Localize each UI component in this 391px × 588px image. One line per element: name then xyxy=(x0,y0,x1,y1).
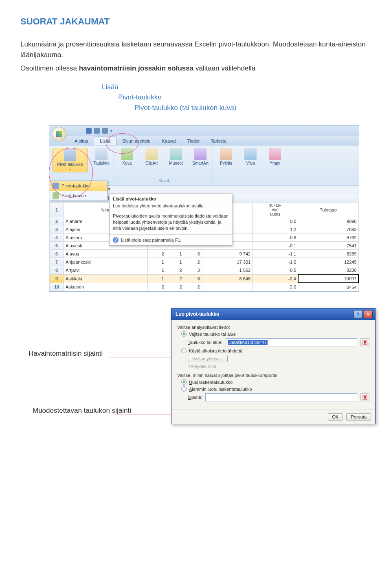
pivot-table-icon xyxy=(64,149,76,161)
cell[interactable]: 2 xyxy=(166,283,184,291)
table-row: 7Anjalankoski11217 301-1,012245 xyxy=(50,258,359,266)
range-input[interactable]: Data!$A$1:$N$447 xyxy=(226,338,357,346)
cell[interactable]: 2 xyxy=(166,266,184,275)
picture-button[interactable]: Kuva xyxy=(116,148,138,165)
save-icon[interactable] xyxy=(86,128,92,134)
cell[interactable]: Asikkala xyxy=(64,274,148,283)
cell[interactable]: 3 xyxy=(184,274,202,283)
row-header[interactable]: 2 xyxy=(50,217,64,225)
cell[interactable]: 1 xyxy=(148,258,166,266)
radio-select-table[interactable]: Valitse taulukko tai alue xyxy=(181,331,369,337)
ok-button[interactable]: OK xyxy=(328,413,343,421)
tab-lisaa[interactable]: Lisää xyxy=(94,137,116,145)
radio-existing-sheet[interactable]: Aiemmin luotu laskentataulukko xyxy=(181,386,369,392)
cell[interactable]: -0,8 xyxy=(253,233,298,242)
dialog-close-button[interactable]: ✕ xyxy=(364,310,373,318)
cell[interactable]: Artjärvi xyxy=(64,266,148,275)
redo-icon[interactable] xyxy=(102,128,108,134)
cell[interactable]: 10097 xyxy=(298,274,358,283)
cell[interactable]: 0454 xyxy=(298,283,358,291)
cell[interactable]: -0,4 xyxy=(253,274,298,283)
cell[interactable]: 9 742 xyxy=(202,250,252,258)
cell[interactable]: 7541 xyxy=(298,242,358,250)
range-select-button[interactable] xyxy=(360,338,369,346)
ribbon-body: Pivot-taulukko ▾ Taulukko Kuva xyxy=(49,145,359,185)
cell[interactable]: 8762 xyxy=(298,233,358,242)
dialog-footer: OK Peruuta xyxy=(171,410,375,424)
cell[interactable]: 8230 xyxy=(298,266,358,275)
row-header[interactable]: 1 xyxy=(50,203,64,217)
ribbon-tabs: Aloitus Lisää Sivun asettelu Kaavat Tied… xyxy=(49,136,359,145)
header-cell[interactable]: Tulotaso xyxy=(298,203,358,217)
column-chart-button[interactable]: Pylväs xyxy=(215,148,237,165)
clipart-button[interactable]: ClipArt xyxy=(141,148,162,165)
smartart-button[interactable]: SmartArt xyxy=(190,148,211,165)
cell[interactable]: 3 xyxy=(184,266,202,275)
cell[interactable]: Anjalankoski xyxy=(64,258,148,266)
pie-chart-button[interactable]: Ympy xyxy=(264,148,286,165)
cell[interactable]: -1,1 xyxy=(253,250,298,258)
cell[interactable]: 3 xyxy=(184,250,202,258)
cell[interactable]: 1 562 xyxy=(202,266,252,275)
undo-icon[interactable] xyxy=(94,128,100,134)
menu-path-block: Lisää Pivot-taulukko Pivot-taulukko (tai… xyxy=(102,82,371,113)
radio-new-sheet[interactable]: Uusi laskentataulukko xyxy=(181,379,369,385)
radio-external-source[interactable]: Käytä ulkoista tietolähdettä xyxy=(181,348,369,353)
row-header[interactable]: 4 xyxy=(50,233,64,242)
cell[interactable]: Askainon xyxy=(64,283,148,291)
cell[interactable]: 12245 xyxy=(298,258,358,266)
dialog-title-text: Luo pivot-taulukko xyxy=(176,311,219,317)
row-header[interactable]: 3 xyxy=(50,225,64,233)
cell[interactable]: -0,5 xyxy=(253,266,298,275)
tab-aloitus[interactable]: Aloitus xyxy=(69,137,94,145)
cell[interactable]: 8289 xyxy=(298,250,358,258)
dialog-help-button[interactable]: ? xyxy=(354,310,362,318)
cell[interactable]: 2 xyxy=(184,283,202,291)
cell[interactable]: 1 xyxy=(148,266,166,275)
row-header[interactable]: 9 xyxy=(50,274,64,283)
office-button[interactable] xyxy=(52,127,66,141)
cell[interactable]: 8 648 xyxy=(202,274,252,283)
shapes-button[interactable]: Muodot xyxy=(165,148,187,165)
tab-tiedot[interactable]: Tiedot xyxy=(182,137,205,145)
line-chart-button[interactable]: Viiva xyxy=(240,148,261,165)
pivot-chart-menu-item[interactable]: Pivot-kaavio xyxy=(50,191,107,200)
desc-2b: havaintomatriisin jossakin solussa xyxy=(79,64,194,72)
cell[interactable]: Alavus xyxy=(64,250,148,258)
tab-kaavat[interactable]: Kaavat xyxy=(156,137,181,145)
cell[interactable]: 1 xyxy=(148,274,166,283)
cell[interactable]: 9090 xyxy=(298,217,358,225)
cell[interactable]: 17 301 xyxy=(202,258,252,266)
tab-tarkista[interactable]: Tarkista xyxy=(205,137,232,145)
dialog-body: Valitse analysoitavat tiedot Valitse tau… xyxy=(171,320,375,410)
cell[interactable]: 2 xyxy=(148,250,166,258)
cell[interactable]: -1,0 xyxy=(253,258,298,266)
row-header[interactable]: 6 xyxy=(50,250,64,258)
cell[interactable]: 2 xyxy=(166,274,184,283)
cell[interactable] xyxy=(202,283,252,291)
row-header[interactable]: 10 xyxy=(50,283,64,291)
pivot-table-menu-item[interactable]: Pivot-taulukko xyxy=(50,181,107,191)
qat-dropdown-icon[interactable]: ▾ xyxy=(110,129,112,133)
cell[interactable]: -1,2 xyxy=(253,225,298,233)
table-button[interactable]: Taulukko xyxy=(91,148,112,165)
cell[interactable]: 2 0 xyxy=(253,283,298,291)
cell[interactable]: 2 xyxy=(184,258,202,266)
cell[interactable]: 1 xyxy=(166,250,184,258)
header-cell[interactable]: sukas- vun uutos xyxy=(253,203,298,217)
cell[interactable]: -0,1 xyxy=(253,242,298,250)
svg-rect-1 xyxy=(364,341,366,344)
cell[interactable]: 7693 xyxy=(298,225,358,233)
cell[interactable]: 1 xyxy=(166,258,184,266)
cancel-button[interactable]: Peruuta xyxy=(346,413,371,421)
menu-path-1: Lisää xyxy=(102,82,371,92)
pivot-table-button[interactable]: Pivot-taulukko ▾ xyxy=(53,148,88,172)
row-header[interactable]: 7 xyxy=(50,258,64,266)
row-header[interactable]: 8 xyxy=(50,266,64,275)
location-select-button[interactable] xyxy=(360,393,369,401)
clipart-icon xyxy=(145,148,158,160)
tab-sivun-asettelu[interactable]: Sivun asettelu xyxy=(116,137,156,145)
cell[interactable]: 0,0 xyxy=(253,217,298,225)
row-header[interactable]: 5 xyxy=(50,242,64,250)
cell[interactable]: 2 xyxy=(148,283,166,291)
